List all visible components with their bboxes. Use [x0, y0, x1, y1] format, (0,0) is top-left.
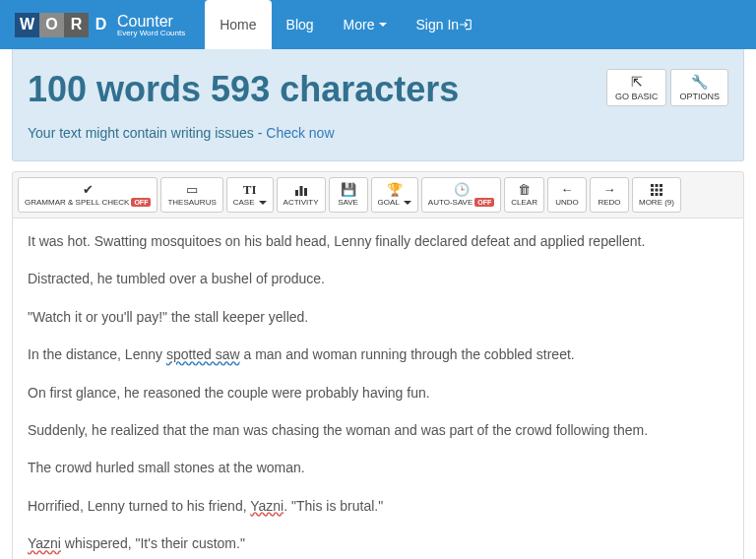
- text-paragraph: Distracted, he tumbled over a bushel of …: [28, 268, 728, 289]
- svg-rect-10: [655, 193, 658, 196]
- autosave-button[interactable]: 🕒 AUTO-SAVEOFF: [421, 177, 502, 213]
- undo-button[interactable]: ← UNDO: [547, 177, 587, 213]
- wrench-icon: 🔧: [679, 74, 720, 90]
- toolbar-panel: ✔ GRAMMAR & SPELL CHECKOFF ▭ THESAURUS T…: [12, 171, 744, 218]
- nav-signin[interactable]: Sign In: [402, 0, 488, 49]
- writing-issues-text: Your text might contain writing issues -…: [28, 125, 728, 141]
- check-now-link[interactable]: Check now: [266, 125, 334, 141]
- svg-rect-0: [295, 190, 298, 196]
- thesaurus-button[interactable]: ▭ THESAURUS: [160, 177, 222, 213]
- case-button[interactable]: TI CASE: [226, 177, 274, 213]
- logo-letter: O: [39, 13, 64, 37]
- floppy-icon: 💾: [341, 183, 356, 196]
- logo[interactable]: W O R D Counter Every Word Counts: [15, 13, 185, 37]
- go-basic-button[interactable]: ⇱ GO BASIC: [606, 69, 667, 106]
- svg-rect-4: [655, 184, 658, 187]
- book-icon: ▭: [186, 183, 198, 196]
- navbar: W O R D Counter Every Word Counts Home B…: [0, 0, 756, 49]
- options-button[interactable]: 🔧 OPTIONS: [670, 69, 728, 106]
- logo-letter: R: [64, 13, 89, 37]
- save-button[interactable]: 💾 SAVE: [329, 177, 368, 213]
- text-editor[interactable]: It was hot. Swatting mosquitoes on his b…: [12, 218, 744, 559]
- word-count-title: 100 words 593 characters: [28, 69, 459, 110]
- clock-icon: 🕒: [454, 183, 470, 196]
- text-paragraph: Horrified, Lenny turned to his friend, Y…: [28, 495, 728, 517]
- svg-rect-5: [660, 184, 662, 187]
- logo-title: Counter: [117, 13, 173, 30]
- svg-rect-2: [304, 188, 307, 196]
- svg-rect-3: [651, 184, 654, 187]
- text-paragraph: It was hot. Swatting mosquitoes on his b…: [28, 230, 728, 252]
- svg-rect-11: [660, 193, 662, 196]
- signin-icon: [459, 18, 472, 31]
- logo-letter: W: [15, 13, 39, 37]
- text-paragraph: Yazni whispered, "It's their custom.": [28, 532, 728, 554]
- external-link-icon: ⇱: [615, 74, 659, 90]
- more-button[interactable]: MORE (9): [632, 177, 681, 213]
- chevron-down-icon: [379, 23, 387, 27]
- nav-blog[interactable]: Blog: [272, 0, 329, 49]
- svg-rect-6: [651, 188, 654, 191]
- grid-icon: [651, 184, 662, 196]
- text-paragraph: "Watch it or you'll pay!" the stall keep…: [28, 306, 728, 328]
- trophy-icon: 🏆: [387, 183, 403, 196]
- clear-button[interactable]: 🗑 CLEAR: [504, 177, 544, 213]
- header-panel: 100 words 593 characters ⇱ GO BASIC 🔧 OP…: [12, 49, 744, 161]
- text-paragraph: In the distance, Lenny spotted saw a man…: [28, 343, 728, 365]
- logo-letter: D: [89, 13, 113, 37]
- goal-button[interactable]: 🏆 GOAL: [371, 177, 418, 213]
- svg-rect-1: [299, 186, 302, 196]
- nav-home[interactable]: Home: [205, 0, 271, 49]
- redo-button[interactable]: → REDO: [590, 177, 629, 213]
- check-icon: ✔: [83, 183, 94, 196]
- text-paragraph: The crowd hurled small stones at the wom…: [28, 457, 728, 478]
- activity-button[interactable]: ACTIVITY: [277, 177, 326, 213]
- text-case-icon: TI: [243, 183, 257, 196]
- text-paragraph: Suddenly, he realized that the man was c…: [28, 419, 728, 441]
- logo-subtitle: Every Word Counts: [117, 29, 185, 37]
- svg-rect-8: [660, 188, 662, 191]
- svg-rect-9: [651, 193, 654, 196]
- svg-rect-7: [655, 188, 658, 191]
- bar-chart-icon: [294, 184, 308, 196]
- text-paragraph: On first glance, he reasoned the couple …: [28, 382, 728, 404]
- arrow-right-icon: →: [602, 183, 615, 196]
- trash-icon: 🗑: [518, 183, 531, 196]
- grammar-check-button[interactable]: ✔ GRAMMAR & SPELL CHECKOFF: [18, 177, 158, 213]
- nav-more[interactable]: More: [329, 0, 402, 49]
- arrow-left-icon: ←: [560, 183, 573, 196]
